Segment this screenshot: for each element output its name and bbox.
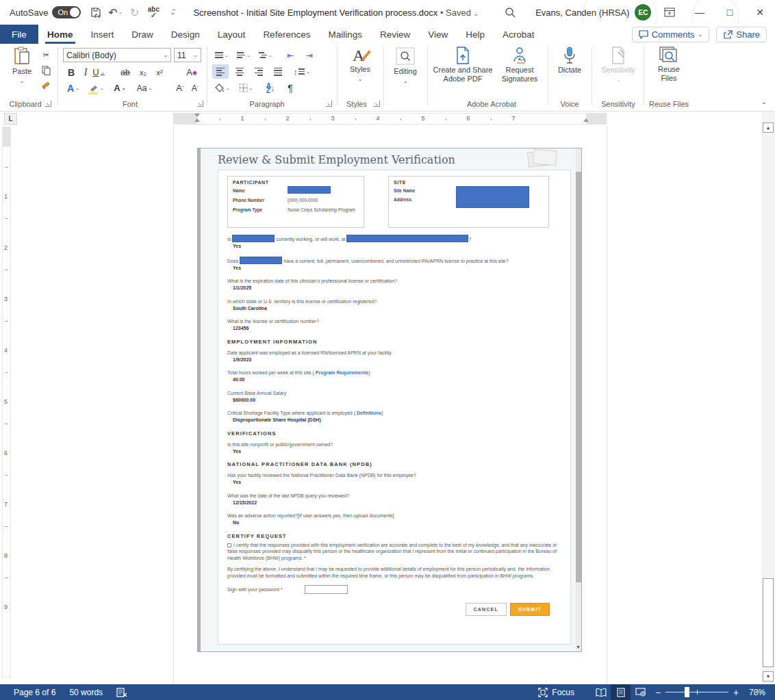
horizontal-ruler[interactable]: 1234567 (173, 113, 607, 125)
align-left-button[interactable] (212, 64, 229, 79)
tab-mailings[interactable]: Mailings (319, 25, 371, 44)
shading-button[interactable]: ⌄ (212, 81, 233, 95)
show-paragraph-marks-button[interactable]: ¶ (282, 81, 298, 95)
subscript-button[interactable]: x₂ (136, 65, 151, 79)
font-color-button[interactable]: A⌄ (110, 81, 130, 95)
search-icon[interactable] (505, 7, 516, 18)
editing-button[interactable]: Editing ⌄ (388, 47, 423, 86)
grow-font-button[interactable]: Aˆ (173, 81, 188, 95)
zoom-in-button[interactable]: + (728, 687, 744, 698)
redo-icon[interactable]: ↻ (125, 3, 144, 21)
tab-help[interactable]: Help (457, 25, 494, 44)
paste-button[interactable]: Paste ⌄ (7, 47, 37, 86)
form-scrollbar-thumb[interactable] (576, 172, 581, 582)
clipboard-dialog-launcher-icon[interactable] (45, 101, 51, 107)
tab-review[interactable]: Review (371, 25, 419, 44)
shrink-font-button[interactable]: Aˇ (188, 81, 203, 95)
multilevel-list-button[interactable]: ⌄ (256, 48, 275, 62)
tab-home[interactable]: Home (38, 25, 82, 44)
bullets-button[interactable]: ⌄ (212, 48, 231, 62)
bold-button[interactable]: B (64, 65, 78, 79)
justify-button[interactable] (270, 64, 286, 79)
comments-button[interactable]: Comments ⌄ (632, 27, 710, 42)
zoom-slider-thumb[interactable] (685, 687, 689, 697)
form-scroll-down-icon[interactable]: ▼ (576, 645, 581, 649)
sort-button[interactable]: AZ↓ (262, 81, 279, 95)
clear-formatting-button[interactable]: A◆ (183, 65, 200, 79)
read-mode-icon[interactable] (591, 684, 611, 700)
scroll-down-icon[interactable]: ▼ (763, 671, 774, 682)
increase-indent-icon[interactable]: ⇥ (301, 48, 318, 62)
document-scrollbar[interactable]: ▲ ▼ (761, 112, 775, 684)
proofing-errors-icon[interactable] (110, 688, 134, 697)
page-indicator[interactable]: Page 6 of 6 (0, 688, 62, 697)
superscript-button[interactable]: x² (152, 65, 167, 79)
undo-icon[interactable]: ↶⌄ (105, 3, 125, 21)
zoom-slider[interactable] (665, 684, 728, 700)
form-link[interactable]: Definitions (357, 411, 381, 415)
tab-view[interactable]: View (419, 25, 457, 44)
create-share-pdf-button[interactable]: Create and Share Adobe PDF (433, 47, 493, 83)
certify-checkbox[interactable] (227, 543, 231, 547)
form-link[interactable]: Program Requirements (316, 370, 368, 375)
font-dialog-launcher-icon[interactable] (197, 101, 203, 107)
tab-stop-selector[interactable]: L (4, 113, 17, 125)
right-indent-marker[interactable] (583, 118, 589, 122)
share-button[interactable]: Share (716, 27, 767, 42)
strikethrough-button[interactable]: ab (118, 65, 133, 79)
first-line-indent-marker[interactable] (194, 114, 200, 117)
styles-dialog-launcher-icon[interactable] (374, 101, 380, 107)
autosave-control[interactable]: AutoSave On (10, 6, 81, 18)
scrollbar-thumb[interactable] (763, 578, 774, 667)
tab-design[interactable]: Design (162, 25, 209, 44)
print-layout-icon[interactable] (611, 684, 631, 700)
tab-file[interactable]: File (0, 25, 38, 44)
save-icon[interactable] (86, 3, 105, 21)
hanging-indent-marker[interactable] (194, 118, 200, 122)
embedded-form-screenshot[interactable]: Review & Submit Employment Verification … (197, 148, 582, 652)
ribbon-display-options-icon[interactable] (655, 0, 685, 25)
request-signatures-button[interactable]: ✕ Request Signatures (496, 47, 544, 83)
highlight-color-button[interactable]: ⌄ (86, 81, 107, 95)
scroll-up-icon[interactable]: ▲ (763, 122, 774, 133)
text-effects-button[interactable]: A⌄ (64, 81, 82, 95)
submit-button[interactable]: SUBMIT (510, 603, 550, 616)
tab-layout[interactable]: Layout (209, 25, 255, 44)
tab-acrobat[interactable]: Acrobat (494, 25, 544, 44)
line-spacing-button[interactable]: ↕⌄ (292, 64, 312, 79)
styles-button[interactable]: A Styles ⌄ (341, 47, 379, 83)
document-title[interactable]: Screenshot - Initial Site Employment Ver… (193, 8, 479, 18)
cancel-button[interactable]: CANCEL (466, 603, 507, 616)
autosave-toggle[interactable]: On (52, 6, 81, 18)
tab-draw[interactable]: Draw (123, 25, 162, 44)
font-size-select[interactable]: 11⌄ (174, 48, 201, 62)
dictate-button[interactable]: Dictate (552, 47, 587, 75)
web-layout-icon[interactable] (631, 684, 650, 700)
copy-icon[interactable] (38, 63, 53, 77)
vertical-ruler[interactable]: 123456789 (2, 127, 11, 677)
close-button[interactable]: ✕ (745, 0, 775, 25)
font-name-select[interactable]: Calibri (Body)⌄ (63, 48, 171, 62)
zoom-out-button[interactable]: − (650, 687, 665, 698)
tab-insert[interactable]: Insert (82, 25, 123, 44)
zoom-percentage[interactable]: 78% (744, 688, 775, 697)
align-right-button[interactable] (251, 64, 267, 79)
spelling-check-icon[interactable]: abc✓ (144, 3, 163, 21)
reuse-files-button[interactable]: Reuse Files (649, 47, 689, 83)
paragraph-dialog-launcher-icon[interactable] (326, 101, 332, 107)
borders-button[interactable]: ⌄ (236, 81, 256, 95)
word-count[interactable]: 50 words (62, 688, 110, 697)
sign-password-input[interactable] (305, 585, 348, 594)
decrease-indent-icon[interactable]: ⇤ (282, 48, 298, 62)
quick-access-more-icon[interactable]: ⌄̅ (163, 3, 182, 21)
underline-button[interactable]: U⌄ (92, 65, 105, 79)
collapse-ribbon-icon[interactable]: ⌃ (761, 101, 767, 109)
format-painter-icon[interactable] (38, 78, 53, 92)
align-center-button[interactable] (231, 64, 248, 79)
numbering-button[interactable]: ⌄ (234, 48, 253, 62)
focus-button[interactable]: Focus (531, 688, 581, 697)
tab-references[interactable]: References (254, 25, 319, 44)
cut-icon[interactable]: ✂ (38, 48, 53, 62)
italic-button[interactable]: I (79, 65, 92, 79)
change-case-button[interactable]: Aa⌄ (134, 81, 155, 95)
